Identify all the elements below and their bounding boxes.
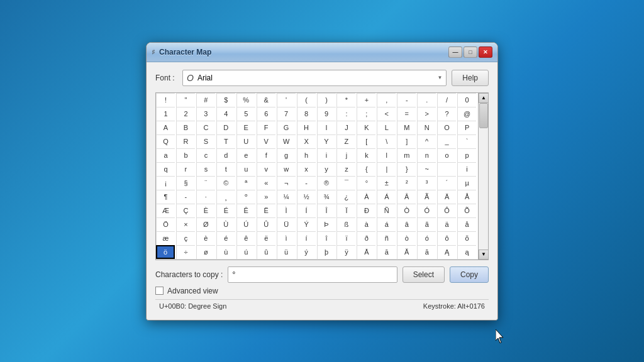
char-cell[interactable]: Z: [336, 134, 355, 148]
char-cell[interactable]: T: [216, 134, 235, 148]
char-cell[interactable]: ì: [277, 231, 296, 245]
char-cell[interactable]: ¾: [317, 190, 336, 204]
char-cell[interactable]: g: [277, 148, 296, 162]
char-cell[interactable]: E: [236, 121, 255, 134]
char-cell[interactable]: ª: [236, 176, 255, 190]
char-cell[interactable]: Ñ: [377, 204, 396, 217]
char-cell[interactable]: ^: [417, 134, 436, 148]
char-cell[interactable]: A: [156, 121, 175, 134]
char-cell[interactable]: |: [377, 162, 396, 176]
char-cell[interactable]: p: [457, 148, 476, 162]
minimize-button[interactable]: —: [448, 47, 462, 58]
char-cell[interactable]: ´: [437, 176, 456, 190]
char-cell[interactable]: Ø: [196, 217, 215, 231]
char-cell[interactable]: ·: [196, 190, 215, 204]
char-cell[interactable]: l: [377, 148, 396, 162]
char-cell[interactable]: b: [176, 148, 195, 162]
char-cell[interactable]: c: [196, 148, 215, 162]
char-cell[interactable]: k: [357, 148, 375, 162]
help-button[interactable]: Help: [452, 70, 489, 86]
char-cell[interactable]: -: [397, 93, 416, 107]
char-cell[interactable]: h: [297, 148, 316, 162]
char-cell[interactable]: [: [357, 134, 375, 148]
chars-to-copy-input[interactable]: [228, 266, 397, 283]
char-cell[interactable]: y: [317, 162, 336, 176]
char-cell[interactable]: ©: [216, 176, 235, 190]
font-dropdown[interactable]: O Arial ▼: [182, 70, 447, 86]
char-cell[interactable]: Ì: [277, 204, 296, 217]
scrollbar[interactable]: ▲ ▼: [478, 93, 488, 260]
char-cell[interactable]: e: [236, 148, 255, 162]
char-cell[interactable]: 6: [257, 107, 275, 121]
char-cell[interactable]: ²: [397, 176, 416, 190]
char-cell[interactable]: º: [236, 190, 255, 204]
char-cell[interactable]: x: [297, 162, 316, 176]
char-cell[interactable]: È: [196, 204, 215, 217]
advanced-view-checkbox[interactable]: [155, 287, 164, 295]
char-cell[interactable]: .: [417, 93, 436, 107]
char-cell[interactable]: ¸: [216, 190, 235, 204]
char-cell[interactable]: H: [297, 121, 316, 134]
char-cell[interactable]: ': [277, 93, 296, 107]
char-cell[interactable]: «: [257, 176, 275, 190]
char-cell[interactable]: I: [317, 121, 336, 134]
char-cell[interactable]: :: [336, 107, 355, 121]
scroll-up-button[interactable]: ▲: [479, 93, 489, 103]
char-cell[interactable]: -: [297, 176, 316, 190]
char-cell[interactable]: -: [176, 190, 195, 204]
char-cell[interactable]: ă: [417, 245, 436, 259]
char-cell[interactable]: d: [216, 148, 235, 162]
char-cell[interactable]: a: [156, 148, 175, 162]
char-cell[interactable]: J: [336, 121, 355, 134]
char-cell[interactable]: =: [397, 107, 416, 121]
char-cell[interactable]: µ: [457, 176, 476, 190]
char-cell[interactable]: Ü: [277, 217, 296, 231]
char-cell[interactable]: »: [257, 190, 275, 204]
char-cell[interactable]: á: [377, 217, 396, 231]
char-cell[interactable]: q: [156, 162, 175, 176]
char-cell[interactable]: \: [377, 134, 396, 148]
char-cell[interactable]: ;: [357, 107, 375, 121]
char-cell[interactable]: O: [437, 121, 456, 134]
char-cell[interactable]: F: [257, 121, 275, 134]
char-cell[interactable]: i: [317, 148, 336, 162]
scrollbar-thumb[interactable]: [479, 103, 488, 128]
char-cell[interactable]: B: [176, 121, 195, 134]
char-cell[interactable]: ,: [377, 93, 396, 107]
char-cell[interactable]: $: [216, 93, 235, 107]
char-cell[interactable]: Ā: [357, 245, 375, 259]
char-cell[interactable]: <: [377, 107, 396, 121]
char-cell[interactable]: À: [357, 190, 375, 204]
char-cell[interactable]: ó: [417, 231, 436, 245]
maximize-button[interactable]: □: [464, 47, 477, 58]
char-cell[interactable]: å: [457, 217, 476, 231]
close-button[interactable]: ✕: [479, 47, 492, 58]
char-cell[interactable]: Ý: [297, 217, 316, 231]
char-cell[interactable]: Ç: [176, 204, 195, 217]
char-cell[interactable]: &: [257, 93, 275, 107]
char-cell[interactable]: §: [176, 176, 195, 190]
char-cell[interactable]: ß: [336, 217, 355, 231]
char-cell[interactable]: 3: [196, 107, 215, 121]
char-cell[interactable]: ë: [257, 231, 275, 245]
char-cell[interactable]: Ä: [437, 190, 456, 204]
char-cell[interactable]: L: [377, 121, 396, 134]
char-cell[interactable]: Ù: [216, 217, 235, 231]
char-cell[interactable]: ¿: [336, 190, 355, 204]
char-cell[interactable]: 7: [277, 107, 296, 121]
char-cell[interactable]: Y: [317, 134, 336, 148]
char-cell[interactable]: ¨: [196, 176, 215, 190]
char-cell[interactable]: *: [336, 93, 355, 107]
char-cell[interactable]: ®: [317, 176, 336, 190]
char-cell[interactable]: Ò: [397, 204, 416, 217]
char-cell[interactable]: ]: [397, 134, 416, 148]
char-cell[interactable]: W: [277, 134, 296, 148]
char-cell[interactable]: î: [317, 231, 336, 245]
char-cell[interactable]: t: [216, 162, 235, 176]
char-cell[interactable]: ï: [336, 231, 355, 245]
char-cell[interactable]: ¶: [156, 190, 175, 204]
char-cell[interactable]: Ú: [236, 217, 255, 231]
char-cell[interactable]: ä: [437, 217, 456, 231]
char-cell[interactable]: ³: [417, 176, 436, 190]
char-cell[interactable]: Þ: [317, 217, 336, 231]
